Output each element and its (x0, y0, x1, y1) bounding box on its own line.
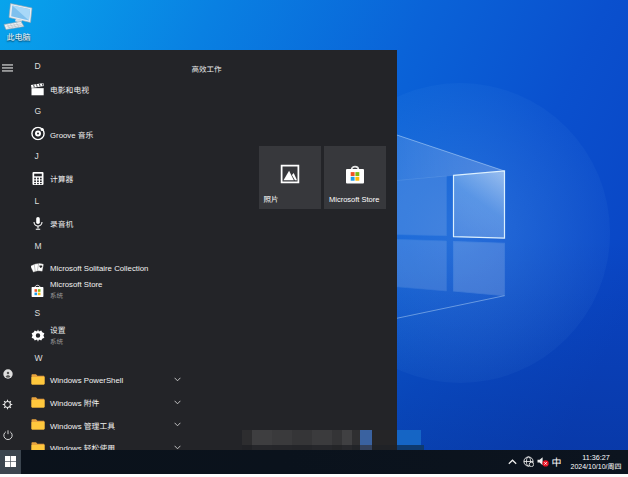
app-list-section-header[interactable]: L (30, 190, 195, 212)
tray-clock[interactable]: 11:36:27 2024/10/10/周四 (565, 450, 627, 474)
store-icon (30, 283, 45, 298)
app-list-item-label: Windows 管理工具 (50, 419, 115, 430)
store-icon (345, 164, 366, 189)
app-list-item-label: Microsoft Store系统 (50, 280, 102, 300)
app-list-item-label: Windows PowerShell (50, 375, 123, 384)
voice-recorder-icon (30, 216, 45, 231)
tray-ime-indicator[interactable]: 中 (550, 450, 563, 474)
chevron-down-icon[interactable] (171, 419, 183, 431)
folder-icon (30, 417, 45, 432)
app-list-item[interactable]: 计算器 (30, 167, 195, 189)
mosaic-block (372, 430, 397, 445)
app-list-item-label: Groove 音乐 (50, 128, 93, 139)
app-list-item-label: Windows 轻松使用 (50, 442, 115, 450)
tray-network-icon[interactable] (521, 450, 535, 474)
section-letter: M (35, 241, 42, 251)
user-icon (3, 369, 13, 379)
mosaic-block (292, 430, 312, 445)
app-list-section-header[interactable]: D (30, 55, 195, 77)
start-menu-hamburger-icon[interactable] (0, 60, 15, 75)
screen-bottom-strip (0, 474, 628, 477)
tile-label: 照片 (264, 193, 279, 204)
app-list-item-sublabel: 系统 (50, 336, 66, 346)
groove-music-icon (30, 126, 45, 141)
app-list-section-header[interactable]: J (30, 145, 195, 167)
app-list: D电影和电视GGroove 音乐J计算器L录音机MMicrosoft Solit… (30, 55, 195, 450)
section-letter: W (35, 353, 43, 363)
tile-photos[interactable]: 照片 (259, 146, 321, 209)
app-list-section-header[interactable]: W (30, 346, 195, 368)
app-list-item-label: Microsoft Solitaire Collection (50, 264, 148, 273)
gear-icon (30, 328, 45, 343)
power-icon (3, 430, 13, 440)
app-list-item-label: 计算器 (50, 173, 73, 184)
section-letter: S (35, 308, 41, 318)
app-list-section-header[interactable]: G (30, 100, 195, 122)
chevron-down-icon[interactable] (171, 396, 183, 408)
app-list-item-label: 录音机 (50, 218, 73, 229)
tray-date: 2024/10/10/周四 (571, 463, 622, 471)
chevron-up-icon (508, 459, 517, 465)
app-list-item[interactable]: Windows 管理工具 (30, 414, 195, 436)
photos-icon (280, 165, 299, 188)
mosaic-block (242, 430, 252, 445)
section-letter: G (35, 106, 42, 116)
folder-icon (30, 440, 45, 450)
app-list-item[interactable]: 设置系统 (30, 324, 195, 346)
mosaic-block (312, 430, 332, 445)
tray-time: 11:36:27 (582, 454, 609, 462)
app-list-item[interactable]: Windows 轻松使用 (30, 436, 195, 450)
app-list-item-label: 电影和电视 (50, 83, 89, 94)
this-pc-icon (0, 2, 37, 32)
app-list-section-header[interactable]: M (30, 234, 195, 256)
section-letter: L (35, 196, 40, 206)
start-menu: D电影和电视GGroove 音乐J计算器L录音机MMicrosoft Solit… (0, 50, 397, 450)
desktop-icon-label: 此电脑 (0, 33, 37, 42)
app-list-item[interactable]: Windows 附件 (30, 391, 195, 413)
start-button[interactable] (0, 450, 21, 474)
gear-icon (2, 399, 13, 410)
movies-tv-icon (30, 81, 45, 96)
taskbar: 中 11:36:27 2024/10/10/周四 (0, 450, 628, 474)
app-list-item[interactable]: 录音机 (30, 212, 195, 234)
app-list-item[interactable]: Microsoft Solitaire Collection (30, 257, 195, 279)
app-list-item-label: 设置系统 (50, 324, 66, 346)
solitaire-icon (30, 261, 45, 276)
app-list-item[interactable]: Windows PowerShell (30, 369, 195, 391)
mosaic-block (272, 430, 292, 445)
section-letter: J (35, 151, 39, 161)
section-letter: D (35, 61, 41, 71)
globe-no-internet-icon (523, 456, 534, 467)
settings-rail-button[interactable] (0, 397, 15, 412)
mosaic-block (342, 430, 352, 445)
user-account-button[interactable] (0, 366, 15, 381)
folder-icon (30, 372, 45, 387)
app-list-item-sublabel: 系统 (50, 290, 102, 300)
tray-hidden-icons-button[interactable] (506, 450, 519, 474)
speaker-muted-icon (537, 456, 549, 467)
app-list-item[interactable]: Microsoft Store系统 (30, 279, 195, 301)
mosaic-block (252, 430, 272, 445)
desktop-icon-this-pc[interactable]: 此电脑 (0, 2, 37, 42)
app-list-section-header[interactable]: S (30, 302, 195, 324)
power-button[interactable] (0, 427, 15, 442)
windows-logo-wallpaper (385, 171, 505, 296)
mosaic-block (332, 430, 342, 445)
chevron-down-icon[interactable] (171, 374, 183, 386)
chevron-down-icon[interactable] (171, 441, 183, 450)
desktop-screen: 此电脑 (0, 0, 628, 477)
app-list-item[interactable]: Groove 音乐 (30, 122, 195, 144)
tile-label: Microsoft Store (329, 195, 379, 204)
windows-flag-icon (5, 456, 16, 467)
calculator-icon (30, 171, 45, 186)
app-list-item-label: Windows 附件 (50, 397, 99, 408)
mosaic-block (360, 430, 372, 445)
mosaic-block (397, 430, 421, 445)
tray-volume-icon[interactable] (536, 450, 550, 474)
folder-icon (30, 395, 45, 410)
tile-group-title[interactable]: 高效工作 (192, 63, 222, 74)
mosaic-block (352, 430, 360, 445)
app-list-item[interactable]: 电影和电视 (30, 78, 195, 100)
tile-microsoft-store[interactable]: Microsoft Store (324, 146, 386, 209)
